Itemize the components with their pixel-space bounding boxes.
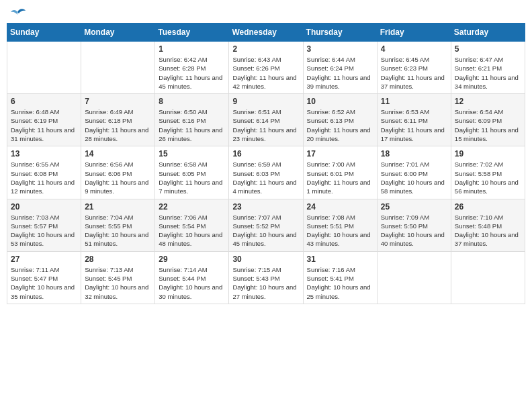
day-number: 10 [307, 97, 373, 106]
calendar-day-8: 8Sunrise: 6:50 AM Sunset: 6:16 PM Daylig… [155, 94, 229, 146]
calendar-day-30: 30Sunrise: 7:15 AM Sunset: 5:43 PM Dayli… [229, 251, 303, 304]
day-info: Sunrise: 7:13 AM Sunset: 5:45 PM Dayligh… [85, 265, 151, 301]
calendar-day-25: 25Sunrise: 7:09 AM Sunset: 5:50 PM Dayli… [377, 199, 451, 251]
calendar-day-21: 21Sunrise: 7:04 AM Sunset: 5:55 PM Dayli… [81, 199, 155, 251]
logo [9, 7, 26, 17]
weekday-header-thursday: Thursday [303, 24, 377, 42]
calendar-day-13: 13Sunrise: 6:55 AM Sunset: 6:08 PM Dayli… [7, 146, 81, 199]
day-number: 29 [159, 255, 225, 264]
page-header [7, 7, 525, 17]
logo-bird-icon [11, 7, 26, 20]
calendar-day-19: 19Sunrise: 7:02 AM Sunset: 5:58 PM Dayli… [451, 146, 525, 199]
calendar-week-row: 27Sunrise: 7:11 AM Sunset: 5:47 PM Dayli… [7, 251, 525, 304]
day-number: 15 [159, 149, 225, 158]
day-number: 12 [455, 97, 521, 106]
weekday-header-saturday: Saturday [451, 24, 525, 42]
day-info: Sunrise: 7:02 AM Sunset: 5:58 PM Dayligh… [455, 160, 521, 195]
day-info: Sunrise: 6:48 AM Sunset: 6:19 PM Dayligh… [11, 107, 77, 143]
day-number: 14 [85, 149, 151, 158]
day-info: Sunrise: 6:52 AM Sunset: 6:13 PM Dayligh… [307, 107, 373, 143]
calendar-day-24: 24Sunrise: 7:08 AM Sunset: 5:51 PM Dayli… [303, 199, 377, 251]
calendar-day-14: 14Sunrise: 6:56 AM Sunset: 6:06 PM Dayli… [81, 146, 155, 199]
day-number: 25 [381, 202, 447, 212]
calendar-week-row: 20Sunrise: 7:03 AM Sunset: 5:57 PM Dayli… [7, 199, 525, 251]
weekday-header-monday: Monday [81, 24, 155, 42]
day-number: 28 [85, 255, 151, 264]
calendar-day-10: 10Sunrise: 6:52 AM Sunset: 6:13 PM Dayli… [303, 94, 377, 146]
day-info: Sunrise: 7:09 AM Sunset: 5:50 PM Dayligh… [381, 213, 447, 248]
calendar-day-15: 15Sunrise: 6:58 AM Sunset: 6:05 PM Dayli… [155, 146, 229, 199]
day-number: 18 [381, 149, 447, 158]
day-info: Sunrise: 7:03 AM Sunset: 5:57 PM Dayligh… [11, 213, 77, 248]
day-number: 27 [11, 255, 77, 264]
day-info: Sunrise: 6:45 AM Sunset: 6:23 PM Dayligh… [381, 55, 447, 91]
day-info: Sunrise: 6:43 AM Sunset: 6:26 PM Dayligh… [232, 55, 299, 91]
day-info: Sunrise: 7:14 AM Sunset: 5:44 PM Dayligh… [159, 265, 225, 301]
calendar-day-20: 20Sunrise: 7:03 AM Sunset: 5:57 PM Dayli… [7, 199, 81, 251]
calendar-day-18: 18Sunrise: 7:01 AM Sunset: 6:00 PM Dayli… [377, 146, 451, 199]
calendar-day-7: 7Sunrise: 6:49 AM Sunset: 6:18 PM Daylig… [81, 94, 155, 146]
day-info: Sunrise: 7:15 AM Sunset: 5:43 PM Dayligh… [232, 265, 299, 301]
calendar-day-16: 16Sunrise: 6:59 AM Sunset: 6:03 PM Dayli… [229, 146, 303, 199]
day-info: Sunrise: 6:49 AM Sunset: 6:18 PM Dayligh… [85, 107, 151, 143]
calendar-day-17: 17Sunrise: 7:00 AM Sunset: 6:01 PM Dayli… [303, 146, 377, 199]
day-info: Sunrise: 6:54 AM Sunset: 6:09 PM Dayligh… [455, 107, 521, 143]
day-number: 13 [11, 149, 77, 158]
calendar-day-28: 28Sunrise: 7:13 AM Sunset: 5:45 PM Dayli… [81, 251, 155, 304]
calendar-day-31: 31Sunrise: 7:16 AM Sunset: 5:41 PM Dayli… [303, 251, 377, 304]
calendar-day-1: 1Sunrise: 6:42 AM Sunset: 6:28 PM Daylig… [155, 42, 229, 94]
day-info: Sunrise: 7:16 AM Sunset: 5:41 PM Dayligh… [307, 265, 373, 301]
day-number: 9 [232, 97, 299, 106]
day-number: 31 [307, 255, 373, 264]
day-number: 1 [159, 44, 225, 54]
day-info: Sunrise: 7:00 AM Sunset: 6:01 PM Dayligh… [307, 160, 373, 195]
day-info: Sunrise: 7:10 AM Sunset: 5:48 PM Dayligh… [455, 213, 521, 248]
calendar-week-row: 1Sunrise: 6:42 AM Sunset: 6:28 PM Daylig… [7, 42, 525, 94]
calendar-empty-cell [81, 42, 155, 94]
calendar-week-row: 6Sunrise: 6:48 AM Sunset: 6:19 PM Daylig… [7, 94, 525, 146]
day-info: Sunrise: 6:53 AM Sunset: 6:11 PM Dayligh… [381, 107, 447, 143]
day-number: 17 [307, 149, 373, 158]
day-info: Sunrise: 6:59 AM Sunset: 6:03 PM Dayligh… [232, 160, 299, 195]
day-number: 22 [159, 202, 225, 212]
calendar-day-4: 4Sunrise: 6:45 AM Sunset: 6:23 PM Daylig… [377, 42, 451, 94]
calendar-day-12: 12Sunrise: 6:54 AM Sunset: 6:09 PM Dayli… [451, 94, 525, 146]
day-number: 8 [159, 97, 225, 106]
calendar-day-5: 5Sunrise: 6:47 AM Sunset: 6:21 PM Daylig… [451, 42, 525, 94]
calendar-day-29: 29Sunrise: 7:14 AM Sunset: 5:44 PM Dayli… [155, 251, 229, 304]
day-number: 30 [232, 255, 299, 264]
calendar-day-2: 2Sunrise: 6:43 AM Sunset: 6:26 PM Daylig… [229, 42, 303, 94]
day-info: Sunrise: 6:55 AM Sunset: 6:08 PM Dayligh… [11, 160, 77, 195]
day-info: Sunrise: 7:07 AM Sunset: 5:52 PM Dayligh… [232, 213, 299, 248]
calendar-day-3: 3Sunrise: 6:44 AM Sunset: 6:24 PM Daylig… [303, 42, 377, 94]
day-number: 3 [307, 44, 373, 54]
weekday-header-sunday: Sunday [7, 24, 81, 42]
day-number: 16 [232, 149, 299, 158]
day-info: Sunrise: 6:51 AM Sunset: 6:14 PM Dayligh… [232, 107, 299, 143]
day-number: 11 [381, 97, 447, 106]
calendar-day-27: 27Sunrise: 7:11 AM Sunset: 5:47 PM Dayli… [7, 251, 81, 304]
calendar-day-9: 9Sunrise: 6:51 AM Sunset: 6:14 PM Daylig… [229, 94, 303, 146]
day-info: Sunrise: 6:47 AM Sunset: 6:21 PM Dayligh… [455, 55, 521, 91]
calendar-table: SundayMondayTuesdayWednesdayThursdayFrid… [7, 23, 525, 304]
day-number: 2 [232, 44, 299, 54]
day-number: 6 [11, 97, 77, 106]
calendar-week-row: 13Sunrise: 6:55 AM Sunset: 6:08 PM Dayli… [7, 146, 525, 199]
day-info: Sunrise: 6:50 AM Sunset: 6:16 PM Dayligh… [159, 107, 225, 143]
calendar-day-26: 26Sunrise: 7:10 AM Sunset: 5:48 PM Dayli… [451, 199, 525, 251]
calendar-empty-cell [451, 251, 525, 304]
calendar-empty-cell [7, 42, 81, 94]
weekday-header-wednesday: Wednesday [229, 24, 303, 42]
day-number: 24 [307, 202, 373, 212]
day-info: Sunrise: 7:01 AM Sunset: 6:00 PM Dayligh… [381, 160, 447, 195]
day-number: 23 [232, 202, 299, 212]
day-number: 7 [85, 97, 151, 106]
day-number: 4 [381, 44, 447, 54]
day-info: Sunrise: 6:42 AM Sunset: 6:28 PM Dayligh… [159, 55, 225, 91]
day-info: Sunrise: 6:56 AM Sunset: 6:06 PM Dayligh… [85, 160, 151, 195]
calendar-empty-cell [377, 251, 451, 304]
calendar-day-6: 6Sunrise: 6:48 AM Sunset: 6:19 PM Daylig… [7, 94, 81, 146]
day-info: Sunrise: 6:58 AM Sunset: 6:05 PM Dayligh… [159, 160, 225, 195]
calendar-day-11: 11Sunrise: 6:53 AM Sunset: 6:11 PM Dayli… [377, 94, 451, 146]
weekday-header-tuesday: Tuesday [155, 24, 229, 42]
